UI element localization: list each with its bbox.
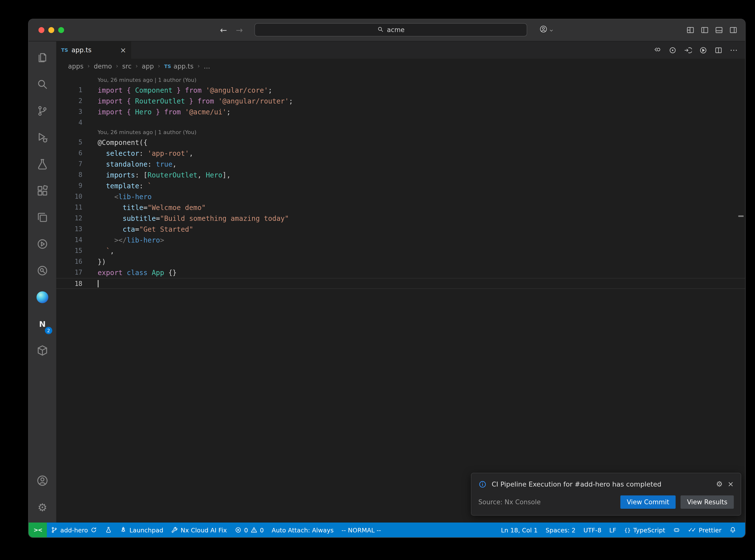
breadcrumb-item[interactable]: src (122, 62, 132, 70)
activity-item-edge-browser[interactable] (28, 284, 56, 311)
breadcrumb-item[interactable]: TSapp.ts (164, 62, 194, 70)
breadcrumb-label: app.ts (174, 62, 194, 70)
code-line: 4 (56, 117, 745, 128)
customize-layout-icon[interactable] (687, 26, 694, 34)
code-line: 11 title="Welcmoe demo" (56, 202, 745, 213)
status-auto-attach[interactable]: Auto Attach: Always (268, 522, 338, 537)
status-remote[interactable]: >< (28, 522, 47, 537)
activity-item-accounts[interactable] (28, 467, 56, 494)
code-line: 18 (56, 278, 745, 289)
forward-icon[interactable]: → (236, 25, 243, 35)
toggle-primary-sidebar-icon[interactable] (701, 26, 709, 34)
line-content: import { RouterOutlet } from '@angular/r… (88, 96, 293, 106)
activity-item-run-and-debug[interactable] (28, 124, 56, 151)
toggle-panel-icon[interactable] (715, 26, 723, 34)
line-number: 4 (56, 117, 88, 128)
eol-label: LF (609, 526, 616, 534)
package-explorer-icon (37, 345, 48, 356)
breadcrumb-item[interactable]: … (204, 62, 210, 70)
activity-item-source-control[interactable] (28, 98, 56, 124)
run-file-icon[interactable] (699, 46, 707, 54)
status-prettier[interactable]: ✓✓Prettier (684, 522, 726, 537)
status-beaker[interactable] (101, 522, 116, 537)
split-editor-icon[interactable] (715, 46, 722, 54)
view-commit-button[interactable]: View Commit (620, 495, 676, 509)
status-language-mode[interactable]: {}TypeScript (620, 522, 669, 537)
code-line: 8 imports: [RouterOutlet, Hero], (56, 169, 745, 180)
sync-status-icon[interactable] (669, 46, 677, 54)
activity-item-package-explorer[interactable] (28, 337, 56, 364)
breadcrumb-item[interactable]: demo (94, 62, 112, 70)
command-center-search[interactable]: acme (255, 23, 527, 37)
copies-icon (37, 212, 48, 223)
notification-header: CI Pipeline Execution for #add-hero has … (472, 473, 741, 492)
line-content: imports: [RouterOutlet, Hero], (88, 169, 231, 180)
tab-app-ts[interactable]: TS app.ts × (56, 41, 131, 59)
codelens[interactable]: You, 26 minutes ago | 1 author (You) (56, 76, 745, 85)
typescript-file-icon: TS (164, 63, 171, 69)
status-branch[interactable]: add-hero (47, 522, 101, 537)
status-cursor-position[interactable]: Ln 18, Col 1 (497, 522, 542, 537)
status-encoding[interactable]: UTF-8 (579, 522, 605, 537)
activity-item-run-circle[interactable] (28, 231, 56, 257)
status-indentation[interactable]: Spaces: 2 (542, 522, 580, 537)
breadcrumb-separator: › (87, 63, 90, 69)
breadcrumb-item[interactable]: app (142, 62, 154, 70)
code-line: 1import { Component } from '@angular/cor… (56, 85, 745, 96)
status-launchpad[interactable]: Launchpad (116, 522, 167, 537)
line-content (88, 117, 98, 128)
code-line: 12 subtitle="Build something amazing tod… (56, 213, 745, 224)
more-actions-icon[interactable]: ⋯ (730, 45, 738, 55)
zoom-window-button[interactable] (58, 27, 64, 33)
code-line: 6 selector: 'app-root', (56, 148, 745, 159)
breadcrumb-label: src (122, 62, 132, 70)
status-copilot[interactable] (669, 522, 684, 537)
activity-item-explorer[interactable] (28, 44, 56, 71)
close-tab-icon[interactable]: × (120, 46, 126, 55)
breadcrumb-label: app (142, 62, 154, 70)
activity-item-code-search[interactable] (28, 257, 56, 284)
activity-item-nx-console[interactable]: N2 (28, 311, 56, 337)
editor[interactable]: You, 26 minutes ago | 1 author (You)1imp… (56, 74, 745, 522)
extensions-icon (37, 185, 48, 197)
notification-settings-icon[interactable]: ⚙ (716, 480, 723, 488)
code-line: 17export class App {} (56, 267, 745, 278)
back-icon[interactable]: ← (220, 25, 227, 35)
activity-item-settings[interactable]: ⚙ (28, 494, 56, 521)
nx-console-icon: N (39, 319, 46, 328)
status-eol[interactable]: LF (605, 522, 620, 537)
line-content: ></lib-hero> (88, 235, 164, 245)
minimize-window-button[interactable] (48, 27, 54, 33)
activity-item-testing[interactable] (28, 151, 56, 178)
line-content: standalone: true, (88, 159, 177, 169)
bell-icon (729, 526, 736, 533)
typescript-file-icon: TS (61, 47, 68, 53)
screen: ← → acme N2⚙ TS app.ts × (0, 0, 755, 560)
line-content: export class App {} (88, 267, 177, 278)
breadcrumb-item[interactable]: apps (68, 62, 84, 70)
problems-label-2: 0 (260, 526, 264, 534)
close-window-button[interactable] (38, 27, 44, 33)
notification-toast: CI Pipeline Execution for #add-hero has … (471, 473, 741, 516)
view-results-button[interactable]: View Results (680, 495, 734, 509)
open-changes-icon[interactable] (653, 46, 661, 54)
line-content: import { Component } from '@angular/core… (88, 85, 272, 96)
profile-button[interactable] (539, 19, 554, 41)
activity-item-copies[interactable] (28, 204, 56, 231)
code-line: 13 cta="Get Started" (56, 224, 745, 235)
status-nx-cloud-ai-fix[interactable]: Nx Cloud AI Fix (167, 522, 231, 537)
notification-close-icon[interactable]: × (728, 480, 734, 488)
codelens[interactable]: You, 26 minutes ago | 1 author (You) (56, 128, 745, 137)
tab-bar: TS app.ts × ⋯ (56, 41, 745, 59)
activity-item-search[interactable] (28, 71, 56, 98)
status-vim-mode[interactable]: -- NORMAL -- (338, 522, 385, 537)
breadcrumb-separator: › (198, 63, 200, 69)
status-problems[interactable]: 00 (231, 522, 268, 537)
toggle-secondary-sidebar-icon[interactable] (729, 26, 737, 34)
run-query-icon[interactable] (684, 46, 692, 54)
indentation-label: Spaces: 2 (546, 526, 576, 534)
activity-item-extensions[interactable] (28, 178, 56, 204)
code-area: You, 26 minutes ago | 1 author (You)1imp… (56, 76, 745, 289)
cursor-position-label: Ln 18, Col 1 (501, 526, 538, 534)
status-notifications[interactable] (726, 522, 740, 537)
